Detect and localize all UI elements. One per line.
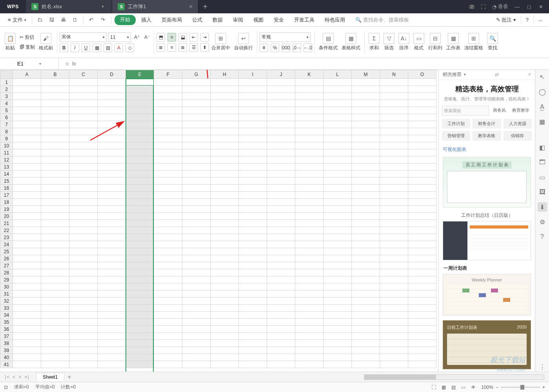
- cell[interactable]: [126, 333, 154, 340]
- cell[interactable]: [98, 241, 126, 248]
- cell[interactable]: [380, 241, 408, 248]
- cell[interactable]: [13, 347, 41, 354]
- cell[interactable]: [126, 290, 154, 298]
- cell[interactable]: [267, 142, 295, 149]
- cell[interactable]: [239, 312, 267, 319]
- cell[interactable]: [211, 114, 239, 121]
- cell[interactable]: [295, 248, 324, 255]
- italic-icon[interactable]: I: [71, 44, 79, 52]
- cell[interactable]: [69, 248, 98, 255]
- cell[interactable]: [13, 262, 41, 269]
- cell[interactable]: [211, 163, 239, 171]
- cell[interactable]: [13, 290, 41, 298]
- cell[interactable]: [267, 86, 295, 93]
- eye-icon[interactable]: 👁: [471, 385, 476, 390]
- cell[interactable]: [267, 269, 295, 276]
- cell[interactable]: [98, 312, 126, 319]
- redo-icon[interactable]: ↷: [98, 15, 108, 25]
- cell[interactable]: [13, 206, 41, 213]
- cell[interactable]: [380, 86, 408, 93]
- chevron-down-icon[interactable]: ▾: [39, 62, 41, 66]
- cell[interactable]: [239, 199, 267, 206]
- cell[interactable]: [126, 121, 154, 128]
- cell[interactable]: [267, 220, 295, 227]
- cell[interactable]: [267, 149, 295, 156]
- cell[interactable]: [408, 156, 436, 163]
- menu-tab-0[interactable]: 开始: [115, 15, 136, 25]
- cell[interactable]: [408, 107, 436, 114]
- row-header[interactable]: 37: [0, 333, 13, 340]
- row-header[interactable]: 4: [0, 100, 13, 107]
- column-header[interactable]: H: [211, 70, 239, 79]
- cell[interactable]: [324, 142, 352, 149]
- cell[interactable]: [182, 192, 211, 199]
- cell[interactable]: [408, 185, 436, 192]
- user-menu[interactable]: ◔ 香香: [492, 3, 508, 10]
- cell[interactable]: [408, 276, 436, 283]
- cell[interactable]: [98, 269, 126, 276]
- cell[interactable]: [324, 86, 352, 93]
- cell[interactable]: [13, 121, 41, 128]
- column-header[interactable]: F: [154, 70, 182, 79]
- comma-icon[interactable]: 000: [282, 44, 290, 52]
- cell[interactable]: [41, 319, 69, 326]
- rows-cols-button[interactable]: ⊟行和列: [427, 32, 444, 52]
- cell[interactable]: [352, 227, 380, 234]
- cell[interactable]: [239, 149, 267, 156]
- cell[interactable]: [408, 121, 436, 128]
- cell[interactable]: [182, 340, 211, 347]
- cell[interactable]: [41, 206, 69, 213]
- add-sheet-button[interactable]: +: [67, 374, 71, 381]
- help-icon[interactable]: ?: [526, 17, 529, 23]
- cell[interactable]: [211, 283, 239, 290]
- cell[interactable]: [13, 227, 41, 234]
- doc-tab-2[interactable]: S 工作簿1 ×: [112, 0, 198, 13]
- cell[interactable]: [69, 262, 98, 269]
- cell[interactable]: [239, 347, 267, 354]
- cell[interactable]: [324, 255, 352, 262]
- cell[interactable]: [182, 234, 211, 241]
- cell[interactable]: [211, 361, 239, 368]
- cell[interactable]: [324, 269, 352, 276]
- cell[interactable]: [69, 128, 98, 135]
- cell[interactable]: [154, 135, 182, 142]
- cell[interactable]: [352, 290, 380, 298]
- cell[interactable]: [69, 361, 98, 368]
- cell[interactable]: [69, 149, 98, 156]
- cell[interactable]: [126, 298, 154, 305]
- cell[interactable]: [295, 347, 324, 354]
- cell[interactable]: [324, 283, 352, 290]
- cell[interactable]: [211, 248, 239, 255]
- cell[interactable]: [380, 93, 408, 100]
- cell[interactable]: [154, 354, 182, 361]
- conditional-format-button[interactable]: ▤条件格式: [317, 32, 339, 52]
- sheet-nav-prev-icon[interactable]: <: [11, 374, 16, 380]
- cell[interactable]: [239, 248, 267, 255]
- row-header[interactable]: 17: [0, 192, 13, 199]
- cell[interactable]: [380, 305, 408, 312]
- row-header[interactable]: 29: [0, 276, 13, 283]
- cell[interactable]: [408, 340, 436, 347]
- table-tool-icon[interactable]: ▦: [538, 117, 547, 126]
- template-tag[interactable]: 人力资源: [504, 119, 532, 129]
- cell[interactable]: [154, 248, 182, 255]
- cell[interactable]: [295, 340, 324, 347]
- cell[interactable]: [324, 319, 352, 326]
- cell[interactable]: [13, 269, 41, 276]
- cell[interactable]: [13, 241, 41, 248]
- cell[interactable]: [41, 128, 69, 135]
- increase-font-icon[interactable]: A⁺: [133, 33, 141, 42]
- notification-badge[interactable]: 2: [469, 5, 474, 9]
- zoom-control[interactable]: 100% − +: [481, 385, 545, 390]
- row-header[interactable]: 1: [0, 79, 13, 86]
- cell[interactable]: [295, 283, 324, 290]
- cell[interactable]: [408, 199, 436, 206]
- cell[interactable]: [69, 305, 98, 312]
- cell[interactable]: [380, 298, 408, 305]
- cell[interactable]: [267, 312, 295, 319]
- image-tool-icon[interactable]: 🖼: [538, 187, 547, 197]
- cell[interactable]: [408, 290, 436, 298]
- template-tag[interactable]: 财务会计: [473, 119, 501, 129]
- cell[interactable]: [154, 262, 182, 269]
- cell[interactable]: [13, 248, 41, 255]
